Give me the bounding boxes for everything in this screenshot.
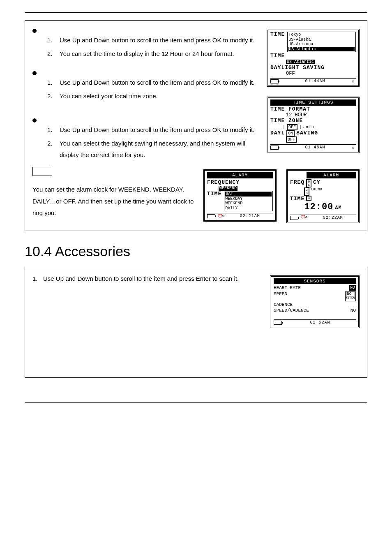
step-text: You can select your local time zone. (60, 90, 262, 102)
device-screen-time-zone-dropdown: TIME Tokyo US-Alaska US-Arizona US-Atlan… (267, 29, 360, 87)
status-time: 02:52AM (284, 320, 356, 325)
status-bar: ⏰⚙ 02:22AM (290, 215, 356, 220)
sensor-name: SPEED/CADENCE (274, 308, 309, 313)
status-time: 01:44AM (281, 79, 349, 84)
sensor-value: NO (350, 308, 356, 313)
section-heading: 10.4 Accessories (25, 243, 367, 259)
hour-spinner[interactable]: 2 3 (304, 187, 309, 196)
list-number: 1. (32, 273, 43, 285)
bullet-icon (32, 71, 37, 75)
dropdown-option[interactable]: WEEKDAY (225, 197, 272, 201)
list-number: 1. (47, 35, 60, 46)
alarm-screens: ALARM FREQUENCY WEEKEND TIME SAT WEEKDAY… (201, 169, 360, 223)
battery-icon (290, 216, 298, 220)
frequency-label: FREQUENCY (207, 179, 273, 186)
list-number: 2. (47, 90, 60, 102)
status-bar: 02:52AM (274, 319, 356, 325)
device-screen-alarm-frequency: ALARM FREQUENCY WEEKEND TIME SAT WEEKDAY… (203, 169, 277, 222)
frequency-dropdown[interactable]: SAT WEEKDAY WEEKEND DAILY (224, 191, 273, 211)
dst-label2: SAVING (296, 130, 318, 136)
sensor-name: CADENCE (274, 302, 293, 308)
zone-onoff[interactable]: OFF (287, 124, 297, 130)
alarm-label-box (32, 167, 52, 176)
status-bar: 01:44AM (270, 78, 356, 84)
timezone-value: US-Atlantic (286, 60, 315, 65)
frequency-value: WEEKEND (219, 186, 238, 191)
freq-suffix: EKEND (311, 187, 322, 192)
time-label: TIME (270, 53, 285, 59)
dst-value: OFF (286, 71, 356, 77)
dst-label: DAYL (270, 130, 285, 136)
list-number: 1. (47, 77, 60, 89)
time-label: TIME (270, 32, 285, 38)
screen-title: ALARM (307, 172, 356, 178)
format-value: 12 HOUR (286, 113, 356, 118)
step-text: Use Up and Down button to scroll to the … (60, 124, 262, 136)
format-label: TIME FORMAT (270, 106, 356, 113)
step-text: You can select the daylight saving if ne… (60, 138, 262, 161)
time-settings-text: 1. Use Up and Down button to scroll to t… (32, 25, 262, 161)
screen-title: SENSORS (274, 278, 356, 284)
sensor-value: NO (349, 285, 356, 291)
step-text: You can set the time to display in the 1… (60, 48, 262, 60)
status-bar: 01:46AM (270, 144, 356, 150)
dst-value: OFF (286, 136, 297, 143)
status-bar: ⏰⚙ 02:21AM (207, 213, 273, 219)
time-settings-panel: 1. Use Up and Down button to scroll to t… (25, 20, 367, 231)
sensor-name: SPEED (274, 291, 287, 301)
freq-right: CY (313, 179, 321, 186)
status-time: 02:22AM (310, 215, 356, 220)
screen-title: ALARM (207, 172, 273, 178)
battery-icon (274, 321, 282, 325)
step-text: Use Up and Down button to scroll to the … (43, 273, 265, 285)
dropdown-option[interactable]: DAILY (225, 206, 272, 211)
bullet-icon (32, 118, 37, 123)
zone-label: TIME ZONE (270, 118, 356, 124)
zone-suffix: antic (303, 125, 316, 130)
top-rule (25, 12, 367, 13)
status-time: 02:21AM (227, 214, 273, 219)
dropdown-option[interactable]: WEEKEND (225, 201, 272, 206)
list-number: 2. (47, 138, 60, 161)
step-text: Use Up and Down button to scroll to the … (60, 35, 262, 46)
list-number: 1. (47, 124, 60, 136)
satellite-icon (352, 146, 356, 150)
device-screen-alarm-time: ALARM FREQ 0 1 CY 2 3 (286, 169, 360, 223)
bottom-rule (25, 402, 367, 403)
dst-label: DAYLIGHT SAVING (270, 65, 356, 71)
status-time: 01:46AM (281, 145, 349, 150)
accessories-panel: 1. Use Up and Down button to scroll to t… (25, 267, 367, 378)
alarm-ampm: AM (335, 205, 341, 211)
zone-onoff[interactable]: ON (286, 130, 295, 136)
device-screen-time-settings: TIME SETTINGS TIME FORMAT 12 HOUR TIME Z… (267, 97, 360, 153)
battery-icon (270, 146, 279, 150)
timezone-dropdown[interactable]: Tokyo US-Alaska US-Arizona US-Atlantic (287, 32, 356, 52)
battery-icon (270, 79, 279, 83)
alarm-description: You can set the alarm clock for WEEKEND,… (32, 184, 196, 219)
dropdown-option[interactable]: Tokyo (288, 32, 355, 37)
dropdown-option[interactable]: US-Alaska (288, 37, 355, 42)
bullet-icon (32, 29, 37, 33)
step-text: Use Up and Down button to scroll to the … (60, 77, 262, 89)
dropdown-option[interactable]: SAT (225, 192, 272, 197)
time-label: TIME (290, 196, 304, 202)
dropdown-option-selected[interactable]: US-Atlantic (288, 47, 355, 52)
screen-title: TIME SETTINGS (270, 99, 356, 106)
sensor-name: HEART RATE (274, 285, 301, 291)
list-number: 2. (47, 48, 60, 60)
scan-dropdown[interactable]: NO SCAN (345, 291, 356, 301)
device-screen-sensors: SENSORS HEART RATE NO SPEED NO SCAN (270, 275, 360, 328)
hour-spinner[interactable]: 0 1 (306, 179, 311, 187)
battery-icon (207, 214, 215, 218)
time-label: TIME (207, 191, 221, 197)
satellite-icon (352, 79, 356, 83)
alarm-big-time: 12:00 (304, 202, 333, 213)
freq-left: FREQ (290, 179, 304, 186)
hour-spinner[interactable]: 4 (306, 196, 311, 201)
dropdown-option[interactable]: US-Arizona (288, 42, 355, 47)
